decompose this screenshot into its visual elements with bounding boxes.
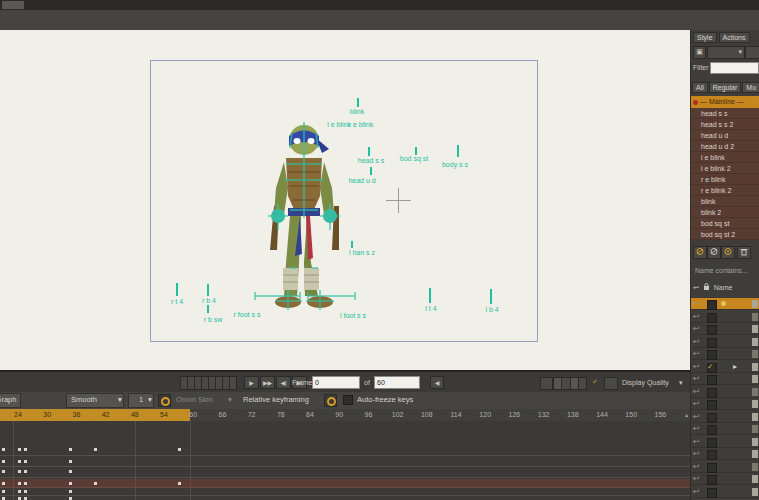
layer-row[interactable]: ↩	[691, 448, 759, 460]
keyframe-dot[interactable]	[24, 470, 27, 473]
layer-row[interactable]: ↩	[691, 398, 759, 410]
layer-undo-icon[interactable]: ↩	[693, 448, 700, 460]
layer-checkbox[interactable]	[707, 463, 717, 473]
rig-label-l-b-4[interactable]: l b 4	[485, 306, 498, 313]
playback-button-0[interactable]: ▶	[244, 376, 259, 389]
rig-label-l-foot-s-s[interactable]: l foot s s	[340, 312, 366, 319]
layer-checkbox[interactable]	[707, 425, 717, 435]
view-mode-group[interactable]	[553, 377, 587, 390]
palette-button-2[interactable]	[707, 246, 721, 259]
layer-undo-icon[interactable]: ↩	[693, 298, 700, 310]
rig-label-bod-sq-st[interactable]: bod sq st	[400, 155, 428, 162]
playback-button-2[interactable]: ◀|	[276, 376, 291, 389]
rig-label-r-e-blink[interactable]: r e blink	[349, 121, 374, 128]
motion-graph-button[interactable]: Motion Graph	[0, 393, 21, 408]
display-quality-label[interactable]: Display Quality	[622, 379, 669, 386]
relative-keyframing-gear-icon[interactable]	[324, 394, 337, 407]
action-item[interactable]: head u d	[691, 130, 759, 141]
action-item[interactable]: bod sq st 2	[691, 229, 759, 240]
filter-input[interactable]	[710, 62, 759, 74]
layer-undo-icon[interactable]: ↩	[693, 386, 700, 398]
keyframe-dot[interactable]	[2, 460, 5, 463]
keyframe-dot[interactable]	[18, 482, 21, 485]
action-item[interactable]: l e blink 2	[691, 163, 759, 174]
total-frames-input[interactable]	[374, 376, 420, 389]
layer-row[interactable]: ↩	[691, 461, 759, 473]
auto-freeze-checkbox[interactable]	[343, 395, 353, 405]
list-tab-regular[interactable]: Regular	[709, 82, 742, 93]
layer-undo-icon[interactable]: ↩	[693, 398, 700, 410]
action-item[interactable]: l e blink	[691, 152, 759, 163]
keyframe-dot[interactable]	[178, 448, 181, 451]
layer-row[interactable]: ↩	[691, 411, 759, 423]
layer-checkbox[interactable]	[707, 400, 717, 410]
keyframe-dot[interactable]	[2, 448, 5, 451]
layer-checkbox[interactable]	[707, 338, 717, 348]
layer-undo-icon[interactable]: ↩	[693, 436, 700, 448]
layer-checkbox[interactable]	[707, 450, 717, 460]
trash-button[interactable]	[737, 246, 751, 259]
layer-row[interactable]: ↩	[691, 436, 759, 448]
action-item[interactable]: head s s 2	[691, 119, 759, 130]
layer-row[interactable]: ↩	[691, 386, 759, 398]
rig-label-head-s-s[interactable]: head s s	[358, 157, 384, 164]
tab-style[interactable]: Style	[693, 32, 717, 43]
panel-extra-button[interactable]	[745, 46, 759, 59]
layer-undo-icon[interactable]: ↩	[693, 373, 700, 385]
action-item[interactable]: head u d 2	[691, 141, 759, 152]
action-item[interactable]: r e blink	[691, 174, 759, 185]
layer-undo-icon[interactable]: ↩	[693, 461, 700, 473]
playback-button-1[interactable]: ▶▶	[260, 376, 275, 389]
layer-checkbox[interactable]	[707, 475, 717, 485]
layer-undo-icon[interactable]: ↩	[693, 361, 700, 373]
timeline-tracks[interactable]	[0, 421, 690, 500]
back-button[interactable]: ◀	[430, 376, 444, 389]
keyframe-dot[interactable]	[2, 490, 5, 493]
keyframe-dot[interactable]	[18, 470, 21, 473]
layer-row[interactable]: ↩	[691, 336, 759, 348]
render-check-icon[interactable]: ✓	[592, 378, 598, 386]
canvas-viewport[interactable]: blinkl e blinkr e blinkhead s sbod sq st…	[0, 30, 690, 370]
ease-select[interactable]: Smooth	[66, 393, 124, 408]
thumbnail-view-button[interactable]	[540, 377, 553, 390]
frame-input[interactable]	[312, 376, 360, 389]
layer-row[interactable]: ↩✓	[691, 298, 759, 310]
layer-row[interactable]: ↩	[691, 423, 759, 435]
record-options-button[interactable]	[158, 394, 171, 407]
rig-label-l-e-blink[interactable]: l e blink	[327, 121, 351, 128]
keyframe-dot[interactable]	[24, 448, 27, 451]
rig-label-head-u-d[interactable]: head u d	[348, 177, 375, 184]
keyframe-dot[interactable]	[18, 460, 21, 463]
rig-label-l-han-s-z[interactable]: l han s z	[349, 249, 375, 256]
action-item[interactable]: blink 2	[691, 207, 759, 218]
display-quality-arrow-icon[interactable]: ▾	[679, 379, 683, 387]
layer-undo-icon[interactable]: ↩	[693, 311, 700, 323]
layer-checkbox[interactable]	[707, 413, 717, 423]
keyframe-dot[interactable]	[2, 482, 5, 485]
rig-label-r-b-4[interactable]: r b 4	[202, 297, 216, 304]
layer-row[interactable]: ↩	[691, 473, 759, 485]
panel-dropdown[interactable]: ▾	[707, 46, 745, 59]
action-item[interactable]: blink	[691, 196, 759, 207]
tab-actions[interactable]: Actions	[719, 32, 750, 43]
keyframe-dot[interactable]	[18, 490, 21, 493]
layer-row[interactable]: ↩	[691, 348, 759, 360]
rig-label-r-t-4[interactable]: r t 4	[171, 298, 183, 305]
layer-row[interactable]: ↩	[691, 311, 759, 323]
layer-undo-icon[interactable]: ↩	[693, 348, 700, 360]
timeline-ruler[interactable]: 2430364248546066727884909610210811412012…	[0, 409, 690, 421]
layer-row[interactable]: ↩	[691, 323, 759, 335]
action-item[interactable]: bod sq st	[691, 218, 759, 229]
rig-label-r-b-sw[interactable]: r b sw	[204, 316, 223, 323]
layer-row[interactable]: ↩	[691, 486, 759, 498]
layer-row[interactable]: ↩✓▸	[691, 361, 759, 373]
layer-expand-icon[interactable]: ▸	[733, 363, 737, 371]
keyframe-dot[interactable]	[2, 470, 5, 473]
keyframe-dot[interactable]	[178, 482, 181, 485]
camera-mask-button[interactable]	[604, 377, 618, 390]
rig-label-r-foot-s-s[interactable]: r foot s s	[234, 311, 261, 318]
keyframe-dot[interactable]	[69, 490, 72, 493]
name-contains-field[interactable]: Name contains...	[695, 267, 748, 274]
jog-control[interactable]	[180, 376, 236, 390]
layer-checkbox[interactable]	[707, 488, 717, 498]
